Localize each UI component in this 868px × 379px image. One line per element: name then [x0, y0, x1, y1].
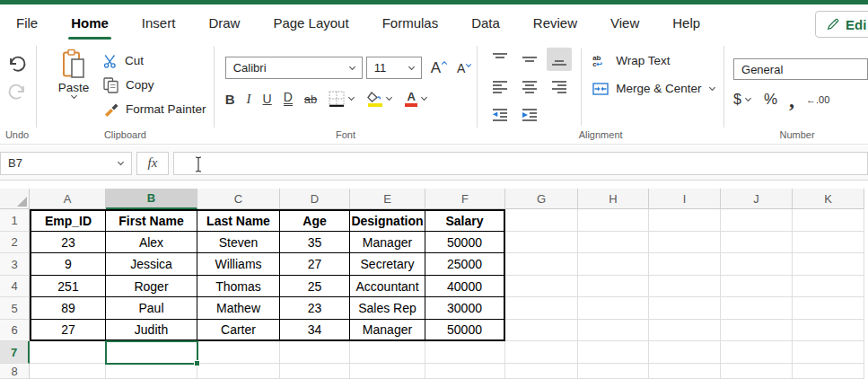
- cell-I3[interactable]: [649, 253, 721, 276]
- table-cell[interactable]: Manager: [350, 232, 425, 253]
- tab-help[interactable]: Help: [672, 15, 700, 31]
- tab-formulas[interactable]: Formulas: [382, 15, 439, 31]
- table-cell[interactable]: 23: [30, 232, 106, 253]
- table-header-cell[interactable]: Designation: [350, 209, 425, 232]
- wrap-text-button[interactable]: ab c↩ Wrap Text: [592, 54, 716, 67]
- table-cell[interactable]: 40000: [425, 276, 505, 297]
- cell-F8[interactable]: [425, 364, 505, 379]
- table-cell[interactable]: Thomas: [197, 276, 280, 297]
- decrease-font-size-button[interactable]: A: [457, 61, 472, 75]
- chevron-down-icon[interactable]: [385, 96, 393, 101]
- cell-I6[interactable]: [649, 320, 721, 341]
- table-cell[interactable]: Sales Rep: [350, 297, 425, 320]
- cell-J8[interactable]: [721, 364, 793, 379]
- cell-E8[interactable]: [350, 364, 425, 379]
- table-cell[interactable]: Roger: [106, 276, 197, 297]
- table-cell[interactable]: Jessica: [106, 253, 197, 276]
- number-format-dropdown[interactable]: General: [733, 58, 868, 80]
- formula-input[interactable]: [173, 152, 868, 175]
- font-color-button[interactable]: A: [405, 92, 417, 107]
- table-cell[interactable]: 34: [280, 320, 350, 341]
- table-cell[interactable]: Accountant: [350, 276, 425, 297]
- cell-E7[interactable]: [350, 341, 425, 364]
- bottom-align-button[interactable]: [547, 48, 572, 71]
- cell-I1[interactable]: [649, 209, 721, 232]
- tab-insert[interactable]: Insert: [142, 15, 176, 31]
- cell-I2[interactable]: [649, 232, 721, 253]
- cell-J2[interactable]: [721, 232, 793, 253]
- cell-K2[interactable]: [793, 232, 864, 253]
- cell-H4[interactable]: [578, 276, 649, 297]
- cell-H1[interactable]: [578, 209, 649, 232]
- cell-K7[interactable]: [793, 341, 864, 364]
- table-cell[interactable]: 50000: [425, 232, 505, 253]
- tab-data[interactable]: Data: [471, 15, 500, 31]
- cell-K3[interactable]: [793, 253, 864, 276]
- table-cell[interactable]: Judith: [106, 320, 197, 341]
- cell-J1[interactable]: [721, 209, 793, 232]
- insert-function-button[interactable]: fx: [136, 152, 169, 175]
- cell-J7[interactable]: [721, 341, 793, 364]
- cell-B8[interactable]: [106, 364, 197, 379]
- cell-J4[interactable]: [721, 276, 793, 297]
- cell-G2[interactable]: [505, 232, 578, 253]
- column-header-D[interactable]: D: [280, 189, 350, 209]
- align-right-button[interactable]: [547, 75, 572, 99]
- tab-page-layout[interactable]: Page Layout: [273, 15, 348, 31]
- strikethrough-button[interactable]: ab: [304, 93, 317, 106]
- table-cell[interactable]: 30000: [425, 297, 505, 320]
- comma-format-button[interactable]: ,: [789, 93, 794, 106]
- decrease-indent-button[interactable]: [487, 103, 513, 127]
- cell-I5[interactable]: [649, 297, 721, 320]
- increase-indent-button[interactable]: [517, 103, 542, 127]
- currency-format-button[interactable]: $: [733, 92, 752, 108]
- row-header-1[interactable]: 1: [0, 209, 30, 232]
- table-cell[interactable]: Carter: [197, 320, 280, 341]
- table-header-cell[interactable]: Age: [280, 209, 350, 232]
- cell-G1[interactable]: [505, 209, 578, 232]
- cell-K6[interactable]: [793, 320, 864, 341]
- editing-mode-button[interactable]: Edi: [815, 11, 868, 38]
- table-cell[interactable]: 50000: [425, 320, 505, 341]
- chevron-down-icon[interactable]: [708, 86, 716, 92]
- select-all-corner[interactable]: [0, 189, 30, 209]
- cell-G5[interactable]: [505, 297, 578, 320]
- cell-K1[interactable]: [793, 209, 864, 232]
- cell-D8[interactable]: [280, 364, 350, 379]
- table-header-cell[interactable]: Salary: [425, 209, 505, 232]
- cell-H8[interactable]: [578, 364, 649, 379]
- center-align-button[interactable]: [517, 75, 542, 99]
- cell-I8[interactable]: [649, 364, 721, 379]
- chevron-down-icon[interactable]: [744, 97, 752, 102]
- row-header-8[interactable]: 8: [0, 364, 30, 379]
- underline-button[interactable]: U: [263, 92, 272, 106]
- format-painter-button[interactable]: Format Painter: [103, 97, 206, 121]
- table-cell[interactable]: Mathew: [197, 297, 280, 320]
- tab-review[interactable]: Review: [533, 15, 577, 31]
- font-name-dropdown[interactable]: Calibri: [225, 57, 363, 79]
- column-header-B[interactable]: B: [106, 189, 197, 209]
- selected-cell-outline[interactable]: [105, 340, 198, 365]
- cell-H5[interactable]: [578, 297, 649, 320]
- tab-view[interactable]: View: [610, 15, 639, 31]
- cell-A7[interactable]: [30, 341, 106, 364]
- table-cell[interactable]: 23: [280, 297, 350, 320]
- column-header-A[interactable]: A: [30, 189, 106, 209]
- bold-button[interactable]: B: [225, 92, 235, 107]
- column-header-H[interactable]: H: [578, 189, 649, 209]
- decimal-button[interactable]: ←.00: [806, 94, 829, 105]
- tab-home[interactable]: Home: [71, 15, 109, 31]
- column-header-C[interactable]: C: [197, 189, 280, 209]
- table-cell[interactable]: 25: [280, 276, 350, 297]
- cell-F7[interactable]: [425, 341, 505, 364]
- table-cell[interactable]: 251: [30, 276, 106, 297]
- fill-color-button[interactable]: [367, 92, 382, 107]
- font-size-dropdown[interactable]: 11: [366, 57, 422, 79]
- cell-G3[interactable]: [505, 253, 578, 276]
- column-header-G[interactable]: G: [505, 189, 578, 209]
- chevron-down-icon[interactable]: [117, 161, 125, 166]
- table-cell[interactable]: 25000: [425, 253, 505, 276]
- double-underline-button[interactable]: D: [284, 92, 293, 106]
- chevron-down-icon[interactable]: [420, 96, 428, 101]
- cell-C8[interactable]: [197, 364, 280, 379]
